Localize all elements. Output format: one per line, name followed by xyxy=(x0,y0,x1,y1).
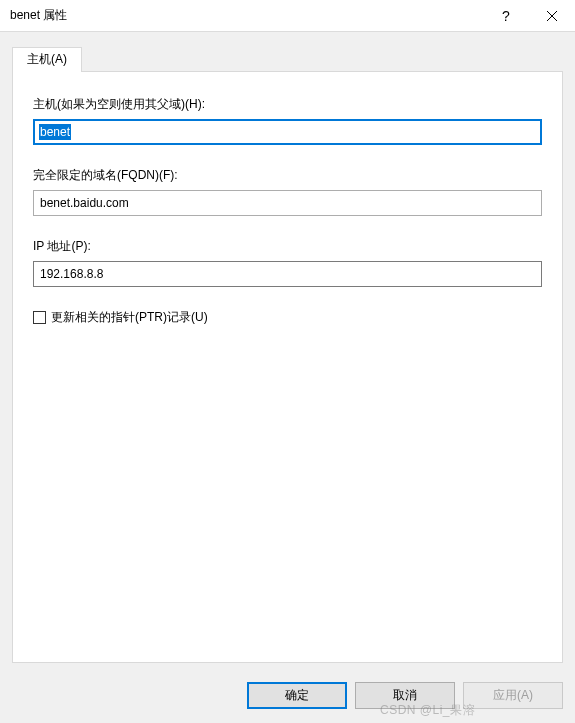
ptr-row: 更新相关的指针(PTR)记录(U) xyxy=(33,309,542,326)
ptr-label[interactable]: 更新相关的指针(PTR)记录(U) xyxy=(51,309,208,326)
fqdn-group: 完全限定的域名(FQDN)(F): xyxy=(33,167,542,216)
tab-host[interactable]: 主机(A) xyxy=(12,47,82,72)
host-label: 主机(如果为空则使用其父域)(H): xyxy=(33,96,542,113)
tab-panel: 主机(如果为空则使用其父域)(H): benet 完全限定的域名(FQDN)(F… xyxy=(12,71,563,663)
cancel-button[interactable]: 取消 xyxy=(355,682,455,709)
close-icon xyxy=(547,11,557,21)
tab-container: 主机(A) 主机(如果为空则使用其父域)(H): benet 完全限定的域名(F… xyxy=(12,47,563,663)
ptr-checkbox[interactable] xyxy=(33,311,46,324)
host-input-selection: benet xyxy=(39,124,71,140)
apply-button[interactable]: 应用(A) xyxy=(463,682,563,709)
host-group: 主机(如果为空则使用其父域)(H): benet xyxy=(33,96,542,145)
help-button[interactable]: ? xyxy=(483,0,529,32)
button-row: 确定 取消 应用(A) xyxy=(247,682,563,709)
titlebar: benet 属性 ? xyxy=(0,0,575,32)
host-input[interactable]: benet xyxy=(33,119,542,145)
ip-input[interactable] xyxy=(33,261,542,287)
fqdn-input[interactable] xyxy=(33,190,542,216)
close-button[interactable] xyxy=(529,0,575,32)
window-title: benet 属性 xyxy=(10,7,483,24)
content-area: 主机(A) 主机(如果为空则使用其父域)(H): benet 完全限定的域名(F… xyxy=(0,32,575,723)
tab-strip: 主机(A) xyxy=(12,47,563,71)
ok-button[interactable]: 确定 xyxy=(247,682,347,709)
ip-label: IP 地址(P): xyxy=(33,238,542,255)
fqdn-label: 完全限定的域名(FQDN)(F): xyxy=(33,167,542,184)
ip-group: IP 地址(P): xyxy=(33,238,542,287)
